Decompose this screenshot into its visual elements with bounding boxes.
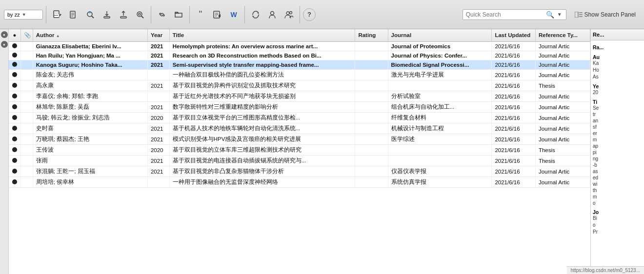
row-attach [21,51,33,60]
sync-btn[interactable] [248,7,263,22]
col-header-journal[interactable]: Journal [388,29,492,41]
row-title: Research on 3D Reconstruction methods Ba… [169,51,355,60]
status-url: https://blog.csdn.net/m0_5123... [571,268,640,273]
row-rating [355,70,388,80]
row-status-dot [9,60,21,70]
table-row[interactable]: 万晓琪; 蔡园杰; 王艳2021模式识别受体与HPV感染及宫颈癌的相关研究进展医… [9,134,590,145]
show-panel-label: Show Search Panel [584,11,636,18]
row-ref-type: Journal Artic [535,41,590,51]
row-year: 2021 [147,102,169,113]
row-title: 基于双目视觉的电连接器自动插拔锡系统的研究与... [169,156,355,166]
svg-point-22 [271,11,274,15]
row-ref-type: Journal Artic [535,123,590,134]
search-icon[interactable]: 🔍 [546,11,554,19]
toolbar-separator-1 [46,6,46,23]
main-container: ● ● ● 📎 Author ▲ Year Title Rating Journ… [0,29,644,274]
table-row[interactable]: Gianazza Elisabetta; Eberini Iv...2021He… [9,41,590,51]
row-year: 2020 [147,145,169,156]
svg-rect-25 [575,12,578,18]
col-header-status[interactable]: ● [9,29,21,41]
help-btn[interactable]: ? [303,8,316,21]
row-rating [355,166,388,177]
table-body: Gianazza Elisabetta; Eberini Iv...2021He… [9,41,590,188]
row-rating [355,123,388,134]
row-last-updated: 2021/6/16 [492,134,536,145]
row-author: 王传波 [33,145,147,156]
group-dropdown-arrow[interactable]: ▼ [22,12,26,17]
right-journal-value: BioPr [593,215,642,235]
toolbar: by zz ▼ " [0,0,644,29]
svg-rect-2 [54,15,58,16]
quote-btn[interactable]: " [193,7,208,22]
row-attach [21,123,33,134]
upload-btn[interactable] [116,7,131,22]
quick-search-box[interactable]: 🔍 ▼ [463,9,566,20]
word-btn[interactable]: W [226,7,242,22]
row-title: 基于机器人技术的地铁车辆轮对自动化清洗系统... [169,123,355,134]
table-row[interactable]: 史时喜2021基于机器人技术的地铁车辆轮对自动化清洗系统...机械设计与制造工程… [9,123,590,134]
table-row[interactable]: 周培培; 侯幸林一种用于图像融合的无监督深度神经网络系统仿真学报2021/6/1… [9,177,590,188]
show-panel-button[interactable]: Show Search Panel [570,9,640,20]
import-btn[interactable] [66,7,81,22]
quick-search-input[interactable] [466,11,544,18]
row-ref-type: Journal Artic [535,177,590,188]
row-attach [21,134,33,145]
row-title: 一种融合双目极线补偿的圆孔位姿检测方法 [169,70,355,80]
table-row[interactable]: 林旭华; 陈新度; 吴磊2021数字散斑特性对三维重建精度的影响分析组合机床与自… [9,102,590,113]
download-btn[interactable] [99,7,115,22]
row-title: 模式识别受体与HPV感染及宫颈癌的相关研究进展 [169,134,355,145]
row-last-updated: 2021/6/16 [492,102,536,113]
table-row[interactable]: 张混躺; 王乾一; 屈玉福2021基于双目视觉的非凸复杂形猫物体干涉分析仪器仪表… [9,166,590,177]
row-year: 2021 [147,80,169,91]
right-panel-content: Ra... Au Ka Ho As Ye 20 Ti Setransfermap… [591,40,644,237]
row-rating [355,41,388,51]
table-header-row: ● 📎 Author ▲ Year Title Rating Journal L… [9,29,590,41]
col-header-attach[interactable]: 📎 [21,29,33,41]
row-rating [355,80,388,91]
row-year: 2021 [147,134,169,145]
table-row[interactable]: 李嘉仪; 余梅; 郑郁; 李跑基于近红外光谱技术的不同产地获苓块无损鉴别分析试验… [9,91,590,102]
row-last-updated: 2021/6/16 [492,156,536,166]
link-btn[interactable] [154,7,170,22]
table-row[interactable]: Han Ruilu; Yan Hongjuan; Ma ...2021Resea… [9,51,590,60]
folder-btn[interactable] [171,7,186,22]
right-detail-panel: Re... Ra... Au Ka Ho As Ye 20 Ti Setrans… [590,29,644,274]
search-dropdown-arrow[interactable]: ▼ [556,12,563,17]
user-btn[interactable] [264,7,280,22]
preview-btn[interactable] [132,7,148,22]
table-row[interactable]: 高永康2021基于双目视觉的异构件识别定位及抓取技术研究2021/6/16The… [9,80,590,91]
row-attach [21,145,33,156]
row-journal [388,145,492,156]
row-ref-type: Journal Artic [535,51,590,60]
new-ref-btn[interactable] [49,7,65,22]
row-journal: Journal of Physics: Confer... [388,51,492,60]
toolbar-separator-5 [300,6,300,23]
toolbar-separator-3 [189,6,190,23]
table-row[interactable]: 马骏; 韩云龙; 徐振业; 刘志浩2020基于双目立体视觉平台的三维图形高精度位… [9,113,590,123]
table-row[interactable]: Kanoga Suguru; Hoshino Taka...2021Semi-s… [9,60,590,70]
panel-icon [575,12,583,18]
table-row[interactable]: 王传波2020基于双目视觉的立体车库三维超限检测技术的研究2021/6/16Th… [9,145,590,156]
col-header-ref-type[interactable]: Reference Ty... [535,29,590,41]
sidebar-dot-2[interactable]: ● [1,41,8,48]
col-header-last-updated[interactable]: Last Updated [492,29,536,41]
col-header-author[interactable]: Author ▲ [33,29,147,41]
table-row[interactable]: 陈金友; 关志伟一种融合双目极线补偿的圆孔位姿检测方法激光与光电子学进展2021… [9,70,590,80]
row-ref-type: Journal Artic [535,102,590,113]
note-btn[interactable] [209,7,225,22]
row-ref-type: Journal Artic [535,70,590,80]
col-header-year[interactable]: Year [147,29,169,41]
row-ref-type: Thesis [535,80,590,91]
svg-point-12 [137,12,142,17]
row-author: 史时喜 [33,123,147,134]
group-name-selector[interactable]: by zz ▼ [4,10,43,20]
sidebar-dot-1[interactable]: ● [1,31,8,38]
col-header-rating[interactable]: Rating [355,29,388,41]
table-row[interactable]: 张雨2021基于双目视觉的电连接器自动插拔锡系统的研究与...2021/6/16… [9,156,590,166]
row-last-updated: 2021/6/16 [492,41,536,51]
row-status-dot [9,177,21,188]
col-header-title[interactable]: Title [169,29,355,41]
find-btn[interactable] [82,7,98,22]
users-btn[interactable] [281,7,297,22]
svg-line-14 [141,16,143,18]
